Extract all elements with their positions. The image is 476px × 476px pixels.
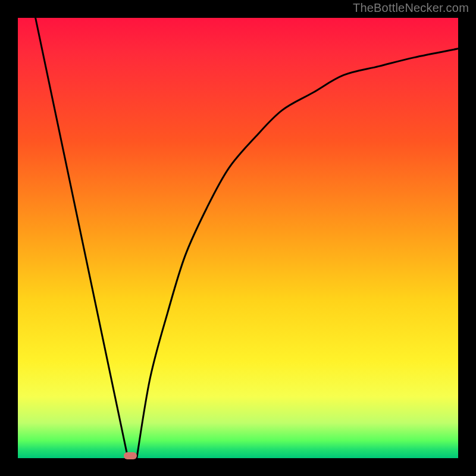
minimum-marker (124, 452, 137, 459)
right-curve-path (137, 49, 458, 458)
left-line-path (36, 18, 128, 458)
chart-frame: TheBottleNecker.com (0, 0, 476, 476)
watermark-label: TheBottleNecker.com (353, 1, 469, 15)
chart-curves (18, 18, 458, 458)
